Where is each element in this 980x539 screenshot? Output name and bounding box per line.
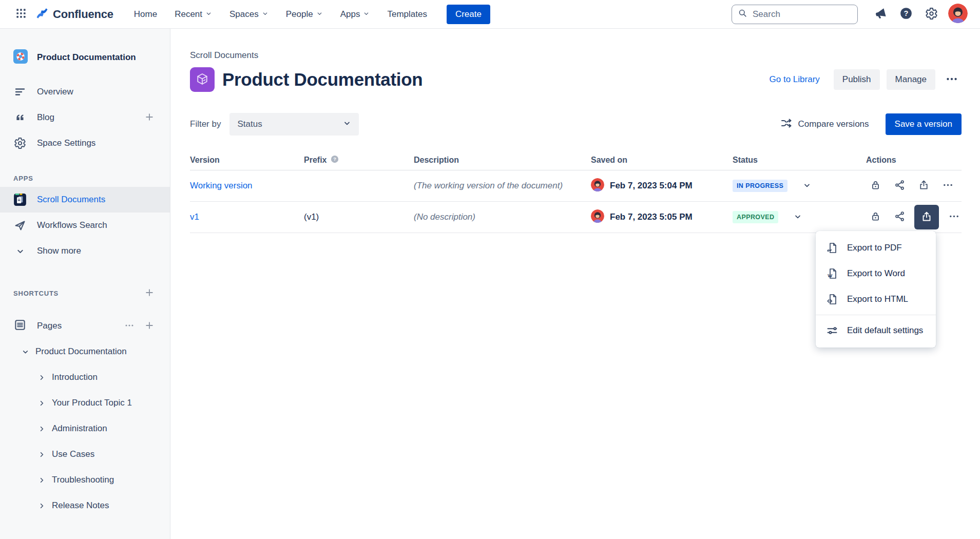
page-tree-item-product-documentation[interactable]: Product Documentation: [0, 339, 170, 364]
gear-icon: [13, 137, 27, 149]
menu-divider: [816, 315, 936, 315]
settings-button[interactable]: [922, 4, 941, 25]
version-link[interactable]: v1: [190, 212, 199, 222]
space-header[interactable]: Product Documentation: [0, 47, 170, 68]
export-button[interactable]: [914, 177, 933, 195]
share-icon: [894, 179, 906, 192]
status-cell: IN PROGRESS: [733, 179, 866, 193]
chevron-right-icon: [38, 425, 46, 433]
column-header-description: Description: [414, 156, 591, 165]
search-box[interactable]: [732, 5, 858, 24]
confluence-logo[interactable]: Confluence: [35, 6, 113, 23]
page-header-actions: Go to Library Publish Manage: [770, 68, 962, 91]
share-icon: [894, 210, 906, 224]
page-tree-item-use-cases[interactable]: Use Cases: [0, 441, 170, 467]
go-to-library-link[interactable]: Go to Library: [770, 74, 820, 85]
page-tree-item-introduction[interactable]: Introduction: [0, 364, 170, 390]
pages-more-button[interactable]: [122, 318, 137, 335]
nav-item-spaces[interactable]: Spaces: [229, 9, 268, 20]
sidebar-item-show-more[interactable]: Show more: [0, 238, 170, 264]
avatar: [591, 178, 604, 194]
status-filter-select[interactable]: Status: [229, 113, 359, 136]
sidebar-item-blog[interactable]: Blog: [0, 105, 170, 130]
ellipsis-icon: [945, 72, 958, 87]
document-cube-icon: [190, 67, 215, 92]
overview-icon: [13, 86, 27, 98]
space-avatar-icon: [13, 49, 28, 66]
nav-item-home[interactable]: Home: [134, 9, 157, 20]
add-page-button[interactable]: [142, 318, 157, 334]
ellipsis-icon: [948, 210, 960, 224]
lock-icon: [870, 210, 881, 224]
nav-item-templates[interactable]: Templates: [387, 9, 427, 20]
help-button[interactable]: ?: [896, 4, 916, 25]
sidebar-item-space-settings[interactable]: Space Settings: [0, 130, 170, 156]
table-row: v1 (v1) (No description): [190, 202, 962, 233]
menu-item-export-pdf[interactable]: Export to PDF: [816, 235, 936, 261]
status-dropdown-button[interactable]: [801, 179, 813, 193]
status-badge: IN PROGRESS: [733, 180, 787, 192]
sidebar-item-overview[interactable]: Overview: [0, 79, 170, 105]
version-link[interactable]: Working version: [190, 181, 253, 190]
menu-item-export-word[interactable]: W Export to Word: [816, 261, 936, 286]
chevron-down-icon: [22, 348, 29, 356]
menu-item-export-html[interactable]: Export to HTML: [816, 286, 936, 312]
announcements-button[interactable]: [871, 4, 890, 25]
lock-button[interactable]: [866, 208, 885, 226]
manage-button[interactable]: Manage: [887, 69, 935, 90]
nav-item-recent[interactable]: Recent: [175, 9, 212, 20]
saved-on-cell: Feb 7, 2023 5:05 PM: [591, 209, 733, 225]
page-tree-item-your-product-topic-1[interactable]: Your Product Topic 1: [0, 390, 170, 416]
page-more-button[interactable]: [942, 68, 962, 91]
chevron-down-icon: [13, 247, 27, 256]
chevron-right-icon: [38, 374, 46, 381]
avatar: [948, 4, 968, 25]
chevron-right-icon: [38, 451, 46, 458]
create-button[interactable]: Create: [447, 5, 490, 24]
filter-toolbar: Filter by Status Compare versions Save a…: [190, 113, 962, 136]
app-switcher-button[interactable]: [11, 4, 31, 25]
search-input[interactable]: [752, 9, 852, 20]
share-button[interactable]: [890, 177, 909, 195]
help-circle-icon[interactable]: ?: [330, 155, 339, 166]
profile-button[interactable]: [947, 3, 969, 26]
compare-versions-button[interactable]: Compare versions: [777, 117, 872, 132]
primary-nav: Home Recent Spaces People Apps Templates: [134, 9, 427, 20]
avatar: [591, 209, 604, 225]
prefix-value: (v1): [304, 212, 414, 222]
status-dropdown-button[interactable]: [792, 210, 804, 224]
filter-label: Filter by: [190, 119, 221, 129]
share-button[interactable]: [890, 208, 909, 226]
menu-item-edit-default-settings[interactable]: Edit default settings: [816, 318, 936, 343]
save-version-button[interactable]: Save a version: [886, 113, 962, 135]
sidebar-item-scroll-documents[interactable]: Scroll Documents: [0, 187, 170, 213]
breadcrumb[interactable]: Scroll Documents: [190, 50, 258, 61]
page-tree-item-release-notes[interactable]: Release Notes: [0, 493, 170, 518]
sidebar-item-pages[interactable]: Pages: [0, 313, 170, 339]
page-tree-item-administration[interactable]: Administration: [0, 416, 170, 441]
status-cell: APPROVED: [733, 210, 866, 224]
help-icon: ?: [899, 7, 913, 22]
lock-button[interactable]: [866, 177, 885, 195]
svg-text:W: W: [828, 273, 832, 278]
gear-icon: [925, 7, 938, 22]
sidebar-item-workflows-search[interactable]: Workflows Search: [0, 213, 170, 238]
page-tree-item-troubleshooting[interactable]: Troubleshooting: [0, 467, 170, 493]
plus-icon: [144, 287, 155, 299]
add-shortcut-button[interactable]: [142, 285, 157, 301]
column-header-status: Status: [733, 156, 866, 165]
chevron-down-icon: [262, 9, 268, 20]
saved-on-value: Feb 7, 2023 5:05 PM: [610, 212, 693, 222]
shortcuts-section-header: SHORTCUTS: [0, 287, 170, 299]
actions-cell: [866, 177, 962, 195]
row-more-button[interactable]: [938, 177, 957, 195]
chevron-down-icon: [205, 9, 212, 20]
export-button-active[interactable]: [914, 205, 939, 229]
space-name: Product Documentation: [37, 52, 136, 63]
row-more-button[interactable]: [945, 208, 963, 226]
nav-item-people[interactable]: People: [286, 9, 323, 20]
publish-button[interactable]: Publish: [834, 69, 880, 90]
add-blog-button[interactable]: [142, 110, 157, 126]
nav-item-apps[interactable]: Apps: [340, 9, 370, 20]
chevron-right-icon: [38, 476, 46, 484]
